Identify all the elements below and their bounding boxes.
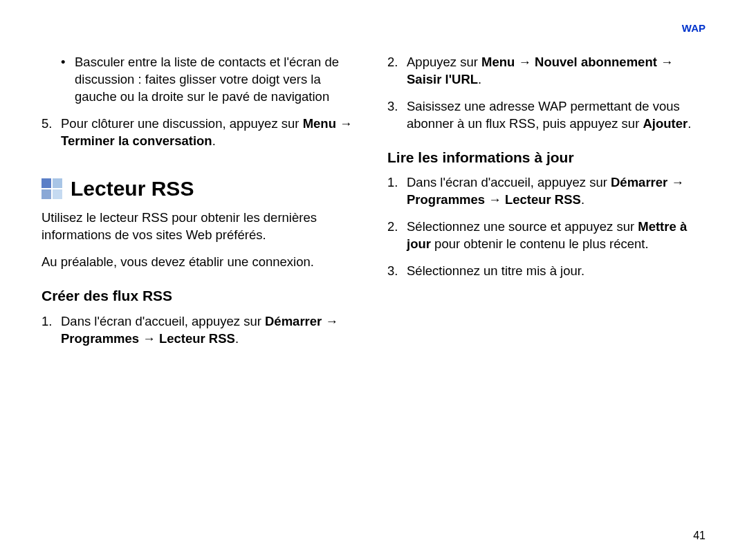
text-fragment: . [235, 331, 239, 346]
list-number: 3. [387, 98, 407, 133]
right-column: 2. Appuyez sur Menu → Nouvel abonnement … [387, 54, 706, 357]
bullet-text: Basculer entre la liste de contacts et l… [75, 54, 360, 106]
text-fragment: Sélectionnez une source et appuyez sur [407, 219, 638, 234]
list-item-5: 5. Pour clôturer une discussion, appuyez… [42, 115, 360, 150]
list-text: Saisissez une adresse WAP permettant de … [407, 98, 706, 133]
list-text: Pour clôturer une discussion, appuyez su… [61, 115, 360, 150]
heading-1: Lecteur RSS [71, 175, 194, 203]
text-fragment: Dans l'écran d'accueil, appuyez sur [61, 314, 265, 328]
heading-2: Lire les informations à jour [387, 148, 706, 167]
paragraph: Au préalable, vous devez établir une con… [42, 254, 360, 271]
bullet-item: • Basculer entre la liste de contacts et… [61, 54, 360, 106]
list-number: 3. [387, 263, 407, 280]
list-text: Dans l'écran d'accueil, appuyez sur Déma… [407, 174, 706, 209]
list-number: 1. [42, 313, 61, 348]
list-item-3: 3. Sélectionnez un titre mis à jour. [387, 263, 706, 280]
text-fragment: Pour clôturer une discussion, appuyez su… [61, 116, 303, 131]
heading-row: Lecteur RSS [42, 175, 360, 203]
text-fragment: Appuyez sur [407, 55, 481, 69]
list-number: 2. [387, 54, 407, 88]
list-item-1: 1. Dans l'écran d'accueil, appuyez sur D… [42, 313, 360, 348]
left-column: • Basculer entre la liste de contacts et… [42, 54, 360, 357]
list-number: 1. [387, 174, 407, 209]
manual-page: WAP • Basculer entre la liste de contact… [0, 0, 747, 560]
text-fragment: . [478, 72, 481, 86]
section-label: WAP [682, 22, 706, 34]
page-number: 41 [693, 530, 706, 542]
list-number: 5. [42, 115, 61, 150]
text-fragment: . [212, 133, 216, 148]
text-fragment: Saisissez une adresse WAP permettant de … [407, 99, 680, 131]
bullet-dot: • [61, 54, 75, 106]
heading-2: Créer des flux RSS [42, 286, 360, 306]
windows-logo-icon [42, 178, 62, 199]
list-item-2: 2. Sélectionnez une source et appuyez su… [387, 218, 706, 253]
list-text: Sélectionnez une source et appuyez sur M… [407, 218, 706, 253]
paragraph: Utilisez le lecteur RSS pour obtenir les… [42, 209, 360, 244]
list-text: Sélectionnez un titre mis à jour. [407, 263, 706, 280]
text-fragment: . [688, 116, 691, 131]
list-item-2: 2. Appuyez sur Menu → Nouvel abonnement … [387, 54, 706, 88]
list-text: Appuyez sur Menu → Nouvel abonnement → S… [407, 54, 706, 88]
list-item-3: 3. Saisissez une adresse WAP permettant … [387, 98, 706, 133]
list-text: Dans l'écran d'accueil, appuyez sur Déma… [61, 313, 360, 348]
list-item-1: 1. Dans l'écran d'accueil, appuyez sur D… [387, 174, 706, 209]
content-columns: • Basculer entre la liste de contacts et… [42, 54, 706, 357]
text-fragment: Dans l'écran d'accueil, appuyez sur [407, 175, 611, 189]
list-number: 2. [387, 218, 407, 253]
text-fragment: pour obtenir le contenu le plus récent. [431, 236, 649, 251]
text-fragment: . [581, 192, 584, 207]
bold-fragment: Ajouter [643, 116, 688, 131]
